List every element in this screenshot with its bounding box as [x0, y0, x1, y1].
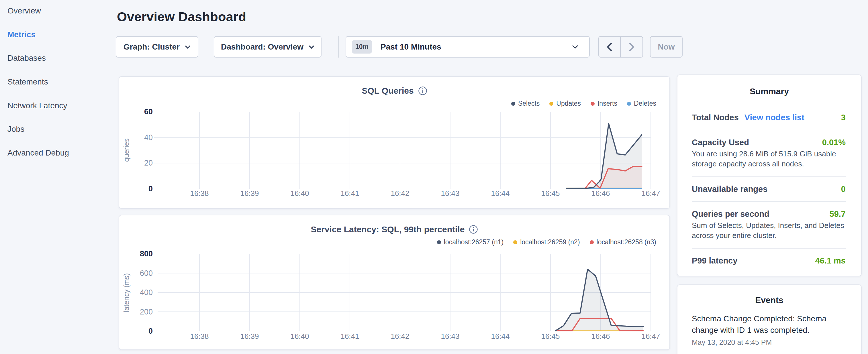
svg-text:800: 800	[140, 250, 153, 258]
time-window-dropdown[interactable]: 10m Past 10 Minutes	[346, 36, 590, 58]
summary-row-unavailable-ranges: Unavailable ranges 0	[692, 177, 846, 202]
svg-text:16:45: 16:45	[541, 189, 560, 198]
legend-dot-icon	[513, 240, 517, 244]
svg-text:16:45: 16:45	[541, 332, 560, 341]
chart-title: Service Latency: SQL, 99th percentile	[311, 225, 465, 234]
event-message[interactable]: Schema Change Completed: Schema change w…	[692, 313, 846, 336]
controls-bar: Graph: Cluster Dashboard: Overview 10m P…	[116, 36, 746, 58]
time-window-badge: 10m	[352, 40, 372, 54]
summary-row-total-nodes: Total Nodes View nodes list 3	[692, 105, 846, 130]
legend-item[interactable]: localhost:26258 (n3)	[590, 238, 656, 246]
svg-text:16:47: 16:47	[641, 332, 660, 341]
svg-text:16:40: 16:40	[290, 332, 309, 341]
summary-panel: Summary Total Nodes View nodes list 3 Ca…	[677, 74, 862, 277]
svg-text:20: 20	[144, 159, 153, 167]
legend-dot-icon	[511, 102, 515, 106]
summary-description: Sum of Selects, Updates, Inserts, and De…	[692, 221, 846, 240]
svg-text:200: 200	[140, 308, 153, 316]
event-timestamp: May 13, 2020 at 4:45 PM	[692, 338, 846, 347]
legend-label: Inserts	[597, 100, 617, 107]
svg-text:400: 400	[140, 288, 153, 297]
sql-queries-chart-card: 16:3816:3916:4016:4116:4216:4316:4416:45…	[119, 76, 670, 209]
legend-dot-icon	[591, 102, 595, 106]
summary-row-capacity-used: Capacity Used 0.01% You are using 28.6 M…	[692, 130, 846, 177]
time-step-forward-button[interactable]	[621, 37, 643, 57]
page-title: Overview Dashboard	[117, 9, 246, 24]
summary-label: Capacity Used	[692, 138, 749, 147]
service-latency-chart-card: 16:3816:3916:4016:4116:4216:4316:4416:45…	[119, 215, 670, 350]
sidebar-item-advanced-debug[interactable]: Advanced Debug	[7, 141, 69, 165]
chevron-down-icon	[185, 45, 191, 49]
legend-label: localhost:26259 (n2)	[520, 238, 580, 246]
legend-label: localhost:26257 (n1)	[444, 238, 503, 246]
svg-text:16:42: 16:42	[391, 332, 409, 341]
svg-text:latency (ms): latency (ms)	[122, 273, 130, 312]
svg-text:16:39: 16:39	[240, 189, 259, 198]
svg-text:600: 600	[140, 269, 153, 278]
summary-description: You are using 28.6 MiB of 515.9 GiB usab…	[692, 149, 846, 169]
dashboard-dropdown[interactable]: Dashboard: Overview	[214, 36, 321, 58]
legend-item[interactable]: localhost:26259 (n2)	[513, 238, 580, 246]
service-latency-plot: 16:3816:3916:4016:4116:4216:4316:4416:45…	[119, 215, 671, 351]
legend-dot-icon	[437, 240, 441, 244]
svg-text:16:47: 16:47	[641, 189, 660, 198]
sidebar-item-databases[interactable]: Databases	[7, 46, 69, 70]
svg-text:0: 0	[149, 327, 153, 335]
legend-dot-icon	[549, 102, 553, 106]
legend-item[interactable]: Selects	[511, 100, 539, 107]
graph-scope-dropdown[interactable]: Graph: Cluster	[116, 36, 198, 58]
sidebar-item-overview[interactable]: Overview	[7, 0, 69, 23]
sidebar-item-statements[interactable]: Statements	[7, 70, 69, 94]
legend-item[interactable]: localhost:26257 (n1)	[437, 238, 503, 246]
events-title: Events	[677, 285, 861, 313]
chevron-down-icon	[572, 45, 578, 49]
legend-item[interactable]: Deletes	[627, 100, 656, 107]
info-icon[interactable]	[418, 87, 427, 95]
svg-text:40: 40	[144, 133, 153, 142]
sidebar: Overview Metrics Databases Statements Ne…	[7, 0, 69, 165]
svg-text:0: 0	[149, 185, 153, 193]
legend-label: Updates	[556, 100, 581, 107]
graph-scope-label: Graph: Cluster	[124, 42, 180, 52]
events-panel: Events Schema Change Completed: Schema c…	[677, 284, 862, 354]
legend-label: localhost:26258 (n3)	[597, 238, 656, 246]
sql-queries-plot: 16:3816:3916:4016:4116:4216:4316:4416:45…	[119, 77, 671, 210]
summary-label: P99 latency	[692, 256, 738, 265]
legend-label: Deletes	[634, 100, 656, 107]
summary-value: 0.01%	[822, 138, 846, 147]
chevron-right-icon	[629, 43, 634, 51]
svg-text:16:41: 16:41	[340, 332, 359, 341]
chart-title: SQL Queries	[362, 86, 413, 96]
svg-text:16:43: 16:43	[441, 332, 459, 341]
chart-legend: SelectsUpdatesInsertsDeletes	[511, 100, 656, 107]
svg-text:16:46: 16:46	[591, 332, 610, 341]
view-nodes-list-link[interactable]: View nodes list	[744, 113, 804, 122]
time-step-back-button[interactable]	[599, 37, 621, 57]
svg-text:16:41: 16:41	[340, 189, 359, 198]
svg-text:16:40: 16:40	[290, 189, 309, 198]
time-window-label: Past 10 Minutes	[380, 42, 572, 52]
summary-row-queries-per-second: Queries per second 59.7 Sum of Selects, …	[692, 202, 846, 249]
chevron-left-icon	[607, 43, 612, 51]
sidebar-item-metrics[interactable]: Metrics	[7, 23, 69, 47]
svg-text:16:44: 16:44	[491, 332, 509, 341]
now-button[interactable]: Now	[650, 36, 683, 58]
summary-value: 3	[841, 113, 846, 122]
legend-item[interactable]: Inserts	[591, 100, 617, 107]
svg-text:60: 60	[144, 107, 153, 116]
summary-value: 46.1 ms	[815, 256, 846, 265]
svg-text:queries: queries	[122, 138, 130, 162]
legend-label: Selects	[518, 100, 539, 107]
sidebar-item-jobs[interactable]: Jobs	[7, 118, 69, 141]
sidebar-item-network-latency[interactable]: Network Latency	[7, 94, 69, 118]
info-icon[interactable]	[469, 225, 478, 234]
summary-label: Queries per second	[692, 210, 769, 219]
svg-text:16:43: 16:43	[441, 189, 459, 198]
svg-text:16:44: 16:44	[491, 189, 509, 198]
legend-item[interactable]: Updates	[549, 100, 581, 107]
svg-text:16:39: 16:39	[240, 332, 259, 341]
summary-row-p99-latency: P99 latency 46.1 ms	[692, 249, 846, 273]
summary-label: Unavailable ranges	[692, 185, 767, 194]
svg-text:16:46: 16:46	[591, 189, 610, 198]
controls-divider	[338, 36, 339, 58]
